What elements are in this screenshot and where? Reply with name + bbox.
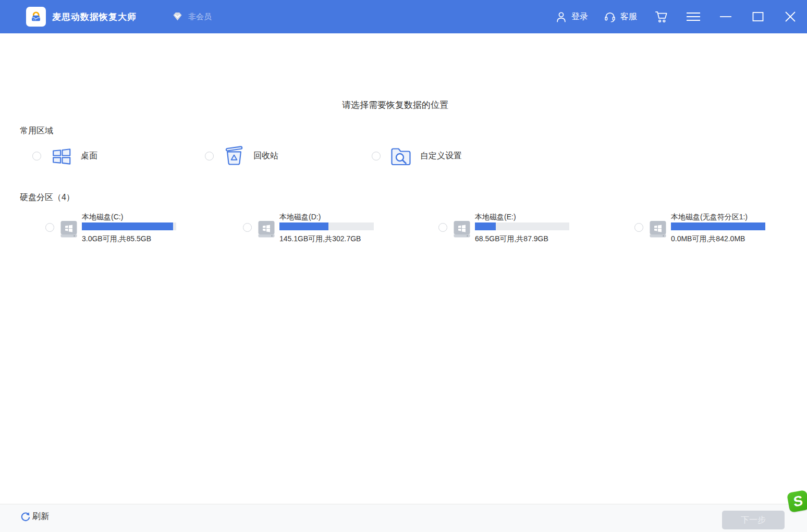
hard-disk-icon: [258, 219, 275, 239]
footer-bar: 刷新 下一步: [0, 504, 807, 532]
windows-desktop-icon: [50, 143, 73, 168]
disk-usage-bar: [82, 222, 176, 230]
disk-c-radio[interactable]: [45, 223, 54, 232]
app-logo: [26, 7, 46, 27]
disk-item-noletter[interactable]: 本地磁盘(无盘符分区1:) 0.0MB可用,共842.0MB: [634, 211, 765, 244]
folder-search-icon: [389, 143, 412, 168]
ime-indicator-letter: S: [792, 492, 803, 510]
maximize-icon: [752, 11, 764, 22]
disk-name: 本地磁盘(C:): [82, 212, 176, 221]
cart-button[interactable]: [653, 6, 669, 27]
hard-disk-icon: [649, 219, 667, 239]
membership-label: 非会员: [188, 12, 212, 22]
disk-capacity: 3.0GB可用,共85.5GB: [82, 234, 176, 244]
common-item-recycle-bin[interactable]: 回收站: [205, 143, 278, 169]
app-title: 麦思动数据恢复大师: [52, 11, 137, 23]
disk-capacity: 68.5GB可用,共87.9GB: [475, 234, 569, 244]
login-label: 登录: [571, 11, 588, 22]
common-areas-section-label: 常用区域: [20, 126, 53, 137]
next-step-button[interactable]: 下一步: [722, 511, 785, 529]
disk-item-c[interactable]: 本地磁盘(C:) 3.0GB可用,共85.5GB: [45, 211, 176, 244]
recycle-bin-label: 回收站: [253, 151, 278, 162]
minimize-button[interactable]: [717, 6, 734, 27]
common-item-desktop[interactable]: 桌面: [32, 143, 97, 169]
user-icon: [555, 11, 567, 23]
support-label: 客服: [620, 11, 637, 22]
maximize-button[interactable]: [750, 6, 766, 27]
disk-item-d[interactable]: 本地磁盘(D:) 145.1GB可用,共302.7GB: [243, 211, 374, 244]
support-button[interactable]: 客服: [604, 6, 637, 27]
disk-noletter-radio[interactable]: [634, 223, 643, 232]
disk-name: 本地磁盘(无盘符分区1:): [671, 212, 765, 221]
disk-e-radio[interactable]: [438, 223, 447, 232]
close-button[interactable]: [782, 6, 799, 27]
custom-settings-label: 自定义设置: [420, 151, 462, 162]
refresh-label: 刷新: [32, 511, 49, 522]
custom-settings-radio[interactable]: [372, 152, 381, 160]
hard-disk-icon: [453, 219, 471, 239]
disk-capacity: 145.1GB可用,共302.7GB: [279, 234, 374, 244]
diamond-icon: [171, 11, 184, 22]
disk-usage-bar-fill: [82, 222, 173, 230]
page-title: 请选择需要恢复数据的位置: [0, 99, 790, 111]
recycle-bin-icon: [223, 143, 246, 168]
login-button[interactable]: 登录: [555, 6, 588, 27]
disk-usage-bar: [671, 222, 765, 230]
headset-icon: [604, 10, 616, 23]
desktop-radio[interactable]: [32, 152, 41, 160]
recycle-bin-radio[interactable]: [205, 152, 214, 160]
disk-capacity: 0.0MB可用,共842.0MB: [671, 234, 765, 244]
desktop-label: 桌面: [81, 151, 97, 162]
disk-usage-bar-fill: [671, 222, 765, 230]
common-item-custom-settings[interactable]: 自定义设置: [372, 143, 462, 169]
cart-icon: [654, 10, 668, 23]
hamburger-icon: [686, 11, 701, 22]
minimize-icon: [719, 10, 732, 23]
disk-usage-bar: [279, 222, 374, 230]
disk-d-radio[interactable]: [243, 223, 252, 232]
disk-item-e[interactable]: 本地磁盘(E:) 68.5GB可用,共87.9GB: [438, 211, 569, 244]
membership-badge[interactable]: 非会员: [171, 11, 212, 22]
menu-button[interactable]: [685, 6, 702, 27]
disk-usage-bar: [475, 222, 569, 230]
refresh-icon: [20, 511, 31, 522]
title-bar: 麦思动数据恢复大师 非会员 登录 客服: [0, 0, 807, 33]
partitions-section-label: 硬盘分区（4）: [20, 192, 75, 203]
ime-indicator-badge[interactable]: S: [787, 490, 807, 513]
close-icon: [785, 11, 796, 22]
main-content: 请选择需要恢复数据的位置 常用区域 桌面 回收站: [0, 33, 807, 504]
refresh-button[interactable]: 刷新: [20, 511, 49, 522]
disk-usage-bar-fill: [475, 222, 496, 230]
disk-usage-bar-fill: [279, 222, 328, 230]
disk-name: 本地磁盘(D:): [279, 212, 374, 221]
app-logo-icon: [28, 9, 44, 24]
hard-disk-icon: [60, 219, 78, 239]
disk-name: 本地磁盘(E:): [475, 212, 569, 221]
